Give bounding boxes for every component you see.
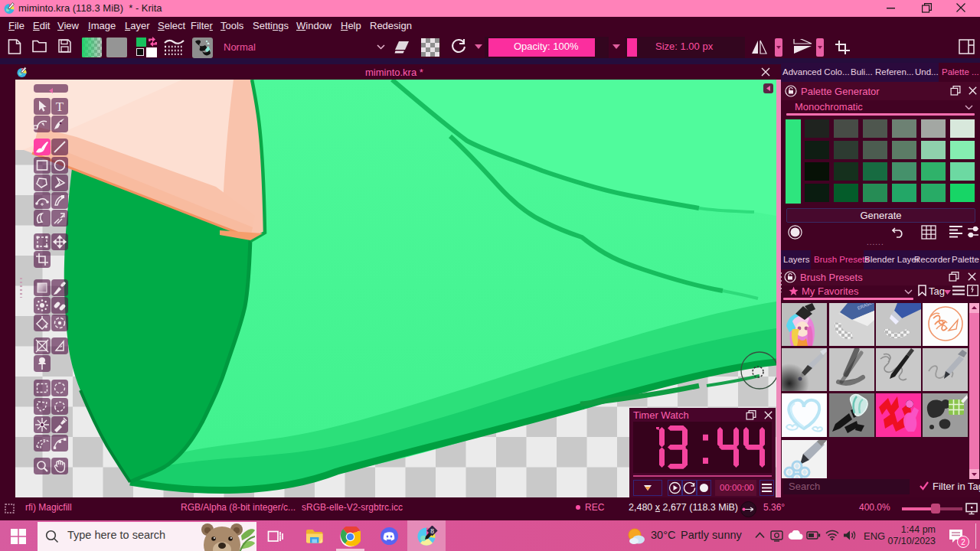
- svg-text:T: T: [56, 99, 64, 114]
- svg-text:8: 8: [430, 527, 434, 535]
